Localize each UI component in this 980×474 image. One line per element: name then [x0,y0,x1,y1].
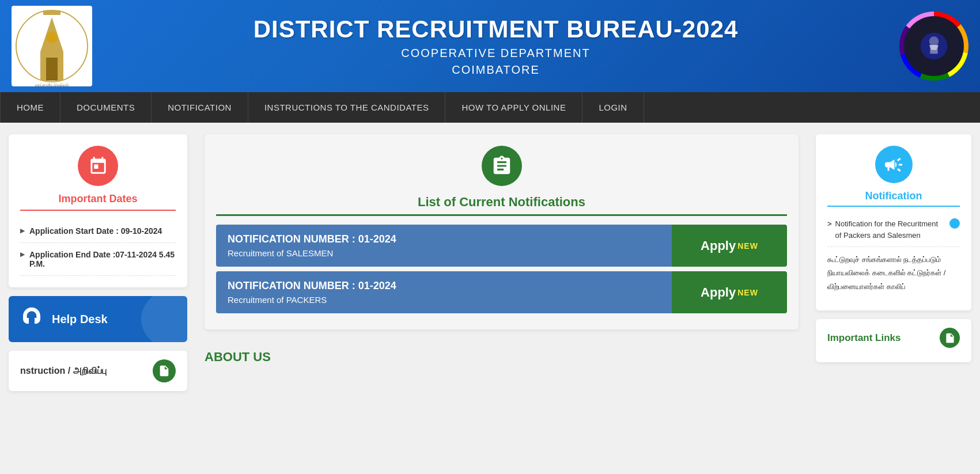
apply-badge-2: NEW [737,288,758,297]
important-links-title-text: Important Links [827,332,901,344]
helpdesk-label: Help Desk [52,313,108,326]
nav-notification[interactable]: NOTIFICATION [152,92,248,123]
clipboard-icon [491,155,513,177]
calendar-icon [88,156,108,176]
link-icon [944,332,956,344]
logo-container: வாய்மையே வெல்லும் [12,6,92,86]
notification-right-title: Notification [827,190,960,207]
notification-right-item-1: Notification for the Recuritment of Pack… [827,213,960,247]
tamil-text: கூட்டுறவுச் சங்கங்களால் நடத்தப்படும் நிய… [827,247,960,299]
about-section: ABOUT US [205,341,799,373]
notifications-box: List of Current Notifications NOTIFICATI… [205,134,799,329]
megaphone-icon [875,146,913,183]
emblem-svg: வாய்மையே வெல்லும் [14,6,89,86]
links-icon [940,328,960,348]
main-content: Important Dates Application Start Date :… [0,123,980,422]
nav-instructions[interactable]: INSTRUCTIONS TO THE CANDIDATES [248,92,446,123]
notification-row-1: NOTIFICATION NUMBER : 01-2024 Recruitmen… [216,225,787,267]
notification-right-box: Notification Notification for the Recuri… [816,134,971,310]
instruction-label: nstruction / அறிவிப்பு [20,366,107,376]
nav-home[interactable]: HOME [0,92,60,123]
important-dates-icon [78,146,118,186]
notification-info-1: NOTIFICATION NUMBER : 01-2024 Recruitmen… [216,225,672,267]
instruction-icon [153,359,176,382]
subtitle2: COIMBATORE [92,63,899,77]
headset-icon [20,306,43,329]
nav-documents[interactable]: DOCUMENTS [60,92,152,123]
apply-badge-1: NEW [737,241,758,251]
logo-inner-icon [920,32,948,60]
svg-point-8 [929,36,939,46]
important-dates-title: Important Dates [20,193,176,211]
apply-button-1[interactable]: Apply NEW [672,225,787,267]
notif-item-text: Notification for the Recuritment of Pack… [835,218,944,241]
date-item-end: Application End Date :07-11-2024 5.45 P.… [20,243,176,276]
svg-rect-2 [46,58,58,81]
svg-point-3 [46,32,58,43]
important-links-header: Important Links [827,328,960,348]
page-header: வாய்மையே வெல்லும் DISTRICT RECRUITMENT B… [0,0,980,92]
notification-list-icon [482,146,522,186]
notification-desc-2: Recruitment of PACKERS [228,295,660,305]
important-links-box: Important Links [816,319,971,362]
nav-login[interactable]: LOGIN [582,92,644,123]
globe-icon [949,218,960,229]
svg-text:வாய்மையே வெல்லும்: வாய்மையே வெல்லும் [35,83,70,86]
subtitle1: COOPERATIVE DEPARTMENT [92,47,899,60]
state-logo: வாய்மையே வெல்லும் [12,6,92,86]
helpdesk-icon [20,306,43,332]
main-title: DISTRICT RECRUITMENT BUREAU-2024 [92,16,899,43]
document-icon [158,365,171,377]
notification-desc-1: Recruitment of SALESMEN [228,248,660,258]
rainbow-logo [899,12,968,81]
notification-number-2: NOTIFICATION NUMBER : 01-2024 [228,280,660,292]
helpdesk-bg [118,296,187,342]
nav-how-to-apply[interactable]: HOW TO APPLY ONLINE [445,92,582,123]
instruction-box[interactable]: nstruction / அறிவிப்பு [9,351,187,391]
main-nav: HOME DOCUMENTS NOTIFICATION INSTRUCTIONS… [0,92,980,123]
apply-button-2[interactable]: Apply NEW [672,271,787,313]
notification-info-2: NOTIFICATION NUMBER : 01-2024 Recruitmen… [216,271,672,313]
notification-row-2: NOTIFICATION NUMBER : 01-2024 Recruitmen… [216,271,787,313]
announcement-icon [883,154,904,175]
helpdesk-box[interactable]: Help Desk [9,296,187,342]
date-item-start: Application Start Date : 09-10-2024 [20,219,176,243]
notification-number-1: NOTIFICATION NUMBER : 01-2024 [228,233,660,245]
apply-label-1: Apply [701,238,736,253]
center-panel: List of Current Notifications NOTIFICATI… [196,134,807,411]
logo-inner [904,16,964,76]
important-dates-box: Important Dates Application Start Date :… [9,134,187,287]
apply-label-2: Apply [701,285,736,300]
right-panel: Notification Notification for the Recuri… [807,134,980,411]
notifications-title: List of Current Notifications [216,195,787,216]
left-panel: Important Dates Application Start Date :… [0,134,196,411]
about-title: ABOUT US [205,350,799,365]
header-title-block: DISTRICT RECRUITMENT BUREAU-2024 COOPERA… [92,16,899,77]
